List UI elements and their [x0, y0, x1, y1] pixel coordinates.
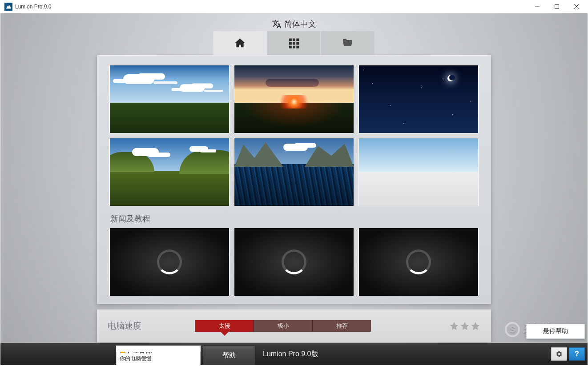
main-panel: 新闻及教程 — [97, 55, 491, 304]
version-label: Lumion Pro 9.0版 — [263, 350, 318, 359]
scene-plain-night[interactable] — [358, 65, 479, 133]
tab-folder[interactable] — [321, 31, 375, 55]
scene-grid — [108, 65, 480, 206]
star-icon — [449, 321, 459, 331]
minimize-button[interactable] — [528, 0, 547, 13]
hover-help-tooltip: 悬停帮助 — [526, 324, 585, 339]
svg-rect-2 — [293, 39, 295, 41]
scene-empty-white[interactable] — [358, 138, 479, 206]
svg-rect-5 — [293, 42, 295, 45]
svg-rect-9 — [296, 46, 299, 48]
settings-button[interactable] — [551, 347, 567, 361]
maximize-button[interactable] — [547, 0, 567, 13]
svg-rect-4 — [289, 42, 292, 45]
close-button[interactable] — [567, 0, 586, 13]
loading-spinner-icon — [406, 249, 431, 274]
news-card[interactable] — [358, 228, 479, 296]
news-card[interactable] — [234, 228, 354, 296]
window-title: Lumion Pro 9.0 — [15, 4, 51, 10]
speed-label: 电脑速度 — [108, 320, 141, 332]
language-label: 简体中文 — [284, 19, 316, 29]
speed-panel: 电脑速度 太慢 极小 推荐 — [97, 310, 491, 342]
news-section-title: 新闻及教程 — [110, 213, 480, 224]
app-icon — [4, 3, 12, 11]
svg-rect-13 — [122, 352, 123, 352]
warning-title: 严重警告! — [128, 347, 153, 354]
news-grid — [108, 228, 480, 296]
svg-marker-11 — [305, 144, 354, 167]
help-button[interactable]: 帮助 — [203, 346, 255, 365]
svg-rect-1 — [289, 39, 292, 41]
scene-plain-sunset[interactable] — [234, 65, 354, 133]
speed-option-too-slow[interactable]: 太慢 — [195, 320, 254, 332]
bottombar: Lumion Pro 9.0版 ? — [0, 343, 588, 365]
svg-rect-0 — [555, 4, 559, 8]
warning-popup: 严重警告! 你的电脑很慢 — [116, 346, 201, 365]
speed-tabs: 太慢 极小 推荐 — [195, 320, 371, 332]
warning-icon — [120, 348, 126, 354]
svg-rect-7 — [289, 46, 292, 48]
speed-option-recommended[interactable]: 推荐 — [312, 320, 371, 332]
speed-rating-stars — [449, 321, 480, 331]
loading-spinner-icon — [282, 249, 306, 274]
svg-rect-12 — [122, 350, 123, 351]
warning-subtitle: 你的电脑很慢 — [120, 355, 197, 362]
loading-spinner-icon — [157, 249, 182, 274]
speed-option-minimal[interactable]: 极小 — [254, 320, 312, 332]
scene-mountain-water[interactable] — [234, 138, 354, 206]
titlebar: Lumion Pro 9.0 — [0, 0, 588, 13]
help-icon-button[interactable]: ? — [569, 347, 585, 361]
tab-home[interactable] — [213, 31, 267, 55]
svg-rect-6 — [296, 42, 299, 45]
star-icon — [460, 321, 470, 331]
language-selector[interactable]: 简体中文 — [272, 19, 316, 29]
scene-plain-day[interactable] — [109, 65, 230, 133]
tabbar — [213, 31, 375, 55]
star-icon — [471, 321, 480, 331]
svg-rect-3 — [296, 39, 299, 41]
svg-marker-10 — [234, 142, 283, 167]
svg-rect-8 — [293, 46, 295, 48]
tab-grid[interactable] — [267, 31, 321, 55]
news-card[interactable] — [109, 228, 230, 296]
scene-hills-day[interactable] — [109, 138, 230, 206]
